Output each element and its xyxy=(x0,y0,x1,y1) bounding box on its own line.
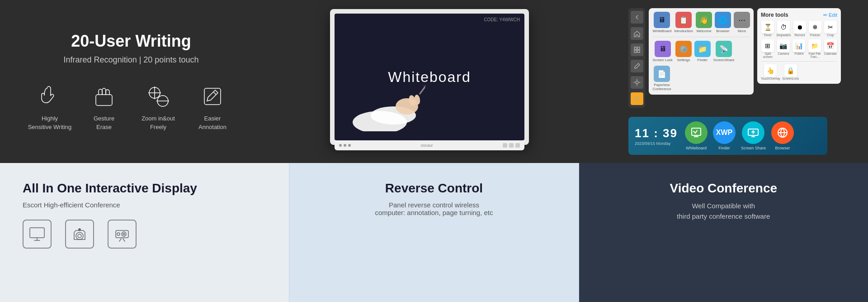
app-intro[interactable]: 📋 Introduction xyxy=(674,12,693,33)
clock-app-screenshare[interactable]: Screen Share xyxy=(741,121,766,150)
tool-splitscreen[interactable]: ⊞ Split screen xyxy=(761,39,775,58)
tool-camera[interactable]: 📷 Camera xyxy=(777,39,791,58)
more-tools-edit[interactable]: ✏ Edit xyxy=(823,12,837,18)
tool-screenlock-label: ScreenLock xyxy=(782,77,799,80)
tool-record[interactable]: ⏺ Record xyxy=(793,21,807,37)
more-tools-header: More tools ✏ Edit xyxy=(761,12,837,18)
tool-crop[interactable]: ✂ Crop xyxy=(824,21,837,37)
top-apps-row: 🖥 WhiteBoard 📋 Introduction 👋 Welcome 🌐 … xyxy=(652,12,750,33)
svg-line-13 xyxy=(420,87,425,94)
tools-grid-row2: ⊞ Split screen 📷 Camera 📊 PollKit 📁 Fast… xyxy=(761,39,837,58)
clock-time: 11 : 39 xyxy=(635,126,678,140)
tool-crop-label: Crop xyxy=(827,34,834,37)
monitor-container: CODE: Y4WWCH xyxy=(330,9,529,154)
col1-title: All In One Interactive Display xyxy=(23,181,266,196)
bottom-col-1: All In One Interactive Display Escort Hi… xyxy=(0,163,289,302)
app-screenshare[interactable]: 📡 ScreenShare xyxy=(713,41,735,62)
tool-pollkit[interactable]: 📊 PollKit xyxy=(792,39,806,58)
app-paperfree-label: PaperlessConference xyxy=(652,83,671,91)
tool-stopwatch[interactable]: ⏱ Stopwatch xyxy=(776,21,791,37)
whiteboard-app-label: Whiteboard xyxy=(686,146,707,150)
app-paperfree[interactable]: 📄 PaperlessConference xyxy=(652,66,671,91)
col1-icon-camera xyxy=(65,220,94,249)
app-settings[interactable]: ⚙️ Settings xyxy=(675,41,692,62)
sidebar-pen-icon[interactable] xyxy=(631,60,643,72)
app-browser[interactable]: 🌐 Browser xyxy=(715,12,731,33)
app-whiteboard[interactable]: 🖥 WhiteBoard xyxy=(652,12,671,33)
tool-freeze[interactable]: ❄ Freeze xyxy=(808,21,822,37)
svg-rect-17 xyxy=(634,50,637,53)
svg-point-20 xyxy=(635,97,639,101)
top-section: 20-User Writing Infrared Recognition | 2… xyxy=(0,0,868,163)
screenshare-app-icon xyxy=(742,121,764,144)
camera-icon-box xyxy=(65,220,94,249)
app-settings-label: Settings xyxy=(677,58,690,62)
tool-touchoverlay[interactable]: 👆 TouchOverlay xyxy=(761,64,780,80)
svg-rect-28 xyxy=(116,230,128,238)
zoom-icon xyxy=(145,83,172,110)
clock-app-whiteboard[interactable]: Whiteboard xyxy=(685,121,708,150)
svg-point-19 xyxy=(636,81,638,84)
feature-zoom-label: Zoom in&outFreely xyxy=(142,115,175,131)
svg-rect-18 xyxy=(637,50,640,53)
right-panel: 🖥 WhiteBoard 📋 Introduction 👋 Welcome 🌐 … xyxy=(615,8,841,155)
tool-record-label: Record xyxy=(795,34,805,37)
hand-fist-icon xyxy=(90,83,118,110)
app-finder-label: Finder xyxy=(698,58,708,62)
sidebar-settings-icon[interactable] xyxy=(631,76,643,89)
finder-app-icon: XWP xyxy=(713,121,736,144)
tool-filetransfer[interactable]: 📁 Fast FileTran... xyxy=(808,39,822,58)
col3-subtitle: Well Compatible with third party confere… xyxy=(677,201,770,221)
tool-calendar-label: Calendar xyxy=(824,52,836,55)
sidebar-icons xyxy=(628,8,645,108)
feature-annotate: EasierAnnotation xyxy=(190,83,235,131)
tool-touchoverlay-label: TouchOverlay xyxy=(761,77,780,80)
app-more[interactable]: ⋯ More xyxy=(734,12,750,33)
svg-rect-15 xyxy=(634,47,637,49)
feature-annotate-label: EasierAnnotation xyxy=(198,115,226,131)
whiteboard-label: Whiteboard xyxy=(388,69,471,86)
clock-panel: 11 : 39 2023/09/15 Monday Whiteboard xyxy=(628,117,827,155)
app-grid-panel: 🖥 WhiteBoard 📋 Introduction 👋 Welcome 🌐 … xyxy=(649,8,754,95)
col2-title: Reverse Control xyxy=(385,181,483,196)
tool-camera-label: Camera xyxy=(778,52,789,55)
svg-rect-0 xyxy=(96,95,112,105)
edit-icon xyxy=(199,83,226,110)
bottom-col-2: Reverse Control Panel reverse control wi… xyxy=(289,163,579,302)
monitor-dots xyxy=(339,144,351,147)
sidebar-special-icon[interactable] xyxy=(631,92,643,105)
clock-app-finder[interactable]: XWP Finder xyxy=(713,121,736,150)
sidebar-grid-icon[interactable] xyxy=(631,43,643,56)
feature-erase-label: GestureErase xyxy=(94,115,114,131)
feature-erase: GestureErase xyxy=(81,83,127,131)
tool-calendar[interactable]: 📅 Calendar xyxy=(823,39,837,58)
tools-grid-row3: 👆 TouchOverlay 🔒 ScreenLock xyxy=(761,64,837,80)
app-screenlock[interactable]: 🖥 Screen Lock xyxy=(652,41,672,62)
monitor-ctrl-3 xyxy=(515,143,520,148)
sidebar-home-icon[interactable] xyxy=(631,27,643,40)
svg-point-29 xyxy=(122,232,126,236)
main-title: 20-User Writing xyxy=(27,32,235,51)
top-app-section: 🖥 WhiteBoard 📋 Introduction 👋 Welcome 🌐 … xyxy=(628,8,841,108)
col2-subtitle: Panel reverse control wireless computer:… xyxy=(375,201,493,216)
tool-freeze-label: Freeze xyxy=(810,34,820,37)
col1-subtitle: Escort High-efficient Conference xyxy=(23,201,266,209)
app-intro-label: Introduction xyxy=(674,29,693,33)
col1-icon-projector xyxy=(108,220,137,249)
tool-screenlock[interactable]: 🔒 ScreenLock xyxy=(782,64,799,80)
clock-date: 2023/09/15 Monday xyxy=(635,141,678,146)
tool-timer[interactable]: ⏳ Timer xyxy=(761,21,774,37)
app-welcome[interactable]: 👋 Welcome xyxy=(696,12,712,33)
app-finder[interactable]: 📁 Finder xyxy=(694,41,711,62)
screenshare-app-label: Screen Share xyxy=(741,146,766,150)
tool-stopwatch-label: Stopwatch xyxy=(776,34,791,37)
clock-app-browser[interactable]: Browser xyxy=(771,121,794,150)
sidebar-back-icon[interactable] xyxy=(631,11,643,24)
more-tools-title: More tools xyxy=(761,12,788,18)
monitor-dot-1 xyxy=(339,144,342,147)
paperfree-section: 📄 PaperlessConference xyxy=(652,66,750,91)
svg-point-31 xyxy=(117,233,120,235)
feature-zoom: Zoom in&outFreely xyxy=(136,83,181,131)
browser-app-label: Browser xyxy=(775,146,790,150)
svg-line-7 xyxy=(213,92,216,95)
